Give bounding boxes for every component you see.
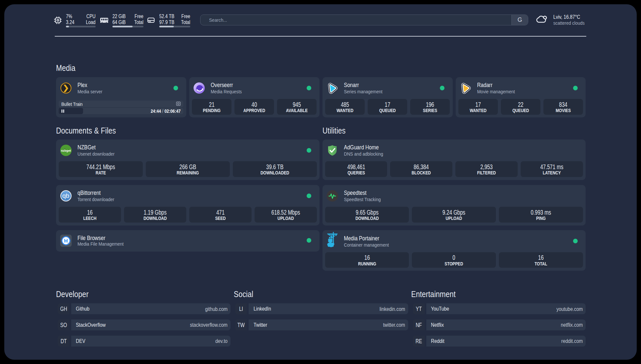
svg-text:nzbget: nzbget: [61, 148, 71, 152]
svg-text:qb: qb: [62, 192, 69, 199]
